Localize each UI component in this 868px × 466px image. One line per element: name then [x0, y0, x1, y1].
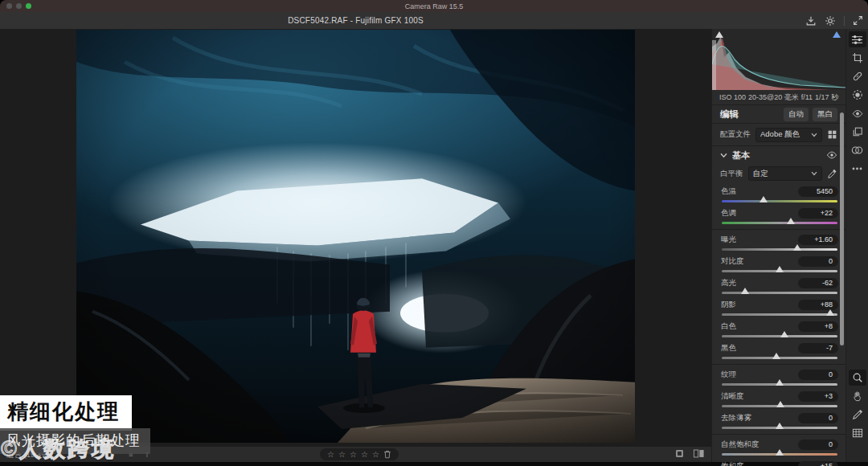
close-button[interactable]: [6, 3, 12, 9]
healing-icon[interactable]: [849, 68, 866, 84]
slider-thumb[interactable]: [826, 309, 834, 316]
chevron-down-icon: [720, 153, 727, 158]
eye-icon[interactable]: [826, 150, 837, 160]
star-rating-pill: ☆☆☆☆☆: [320, 448, 399, 460]
wb-value: 自定: [753, 169, 812, 179]
star-icon[interactable]: ☆: [350, 451, 357, 459]
bw-button[interactable]: 黑白: [813, 108, 837, 121]
tool-strip: [845, 29, 868, 462]
slider-thumb[interactable]: [776, 401, 784, 407]
slider-thumb[interactable]: [793, 244, 801, 251]
slider-track[interactable]: [722, 427, 837, 429]
zoom-window-button[interactable]: [26, 3, 31, 9]
presets-icon[interactable]: [849, 142, 866, 158]
slider-groups: 色温 5450 色调 +22 曝光 +1.60: [712, 183, 845, 466]
trash-icon[interactable]: [383, 450, 391, 459]
slider-thumb[interactable]: [772, 353, 780, 359]
shadow-clipping-icon[interactable]: [715, 31, 723, 38]
slider-track[interactable]: [722, 383, 837, 386]
eyedropper-icon[interactable]: [827, 169, 837, 179]
slider-value[interactable]: +88: [798, 300, 838, 310]
slider-track[interactable]: [722, 313, 837, 316]
slider-thumb[interactable]: [776, 266, 784, 272]
exif-item: f/11: [801, 93, 813, 101]
wb-select[interactable]: 自定: [748, 166, 823, 181]
slider-thumb[interactable]: [776, 423, 784, 429]
slider-row: 色温 5450: [721, 183, 838, 202]
profile-select[interactable]: Adobe 颜色: [755, 128, 822, 142]
slider-track[interactable]: [722, 335, 837, 337]
preview-box-icon[interactable]: [674, 448, 685, 459]
slider-label: 纹理: [721, 370, 736, 380]
slider-label: 白色: [721, 321, 736, 332]
slider-track[interactable]: [722, 453, 837, 456]
slider-track[interactable]: [722, 405, 837, 407]
star-icon[interactable]: ☆: [338, 451, 346, 459]
more-icon[interactable]: [849, 161, 866, 177]
panel-scrollbar[interactable]: [840, 112, 844, 345]
slider-track[interactable]: [722, 200, 837, 202]
slider-value[interactable]: -62: [798, 278, 838, 288]
slider-thumb[interactable]: [760, 196, 768, 202]
before-after-icon[interactable]: [693, 448, 705, 459]
slider-track[interactable]: [722, 248, 837, 251]
zoom-tool-icon[interactable]: [849, 370, 866, 386]
masking-icon[interactable]: [849, 87, 866, 103]
app-title: Camera Raw 15.5: [405, 2, 464, 10]
slider-track[interactable]: [722, 270, 837, 272]
slider-label: 色调: [721, 208, 736, 219]
auto-button[interactable]: 自动: [784, 108, 809, 121]
expand-icon[interactable]: [853, 15, 863, 26]
slider-value[interactable]: -7: [798, 343, 838, 354]
hand-tool-icon[interactable]: [849, 388, 866, 404]
highlight-clipping-icon[interactable]: [833, 31, 841, 38]
slider-track[interactable]: [722, 292, 837, 294]
snapshots-icon[interactable]: [849, 124, 866, 140]
slider-track[interactable]: [722, 357, 837, 359]
slider-value[interactable]: +8: [798, 321, 838, 332]
slider-value[interactable]: +15: [798, 461, 838, 466]
slider-thumb[interactable]: [780, 331, 788, 337]
slider-value[interactable]: 0: [798, 256, 838, 267]
slider-row: 黑色 -7: [721, 340, 838, 359]
slider-row: 白色 +8: [721, 318, 838, 337]
slider-track[interactable]: [722, 222, 837, 224]
slider-thumb[interactable]: [741, 288, 749, 294]
slider-row: 饱和度 +15: [721, 458, 838, 466]
minimize-button[interactable]: [16, 3, 22, 9]
crop-icon[interactable]: [849, 50, 866, 66]
star-icon[interactable]: ☆: [372, 451, 379, 459]
traffic-lights: [6, 3, 31, 9]
profile-value: Adobe 颜色: [760, 129, 811, 140]
slider-row: 色调 +22: [721, 205, 838, 224]
edit-sliders-icon[interactable]: [849, 31, 866, 47]
slider-value[interactable]: +3: [798, 391, 838, 402]
red-eye-icon[interactable]: [849, 105, 866, 121]
histogram[interactable]: [712, 29, 845, 90]
star-icon[interactable]: ☆: [361, 451, 368, 459]
white-balance-row: 白平衡 自定: [712, 164, 845, 183]
image-canvas[interactable]: [0, 29, 711, 447]
slider-row: 对比度 0: [721, 253, 838, 272]
slider-value[interactable]: 0: [798, 370, 838, 380]
slider-thumb[interactable]: [776, 449, 784, 456]
slider-value[interactable]: +1.60: [798, 235, 838, 245]
settings-gear-icon[interactable]: [825, 15, 836, 27]
slider-row: 曝光 +1.60: [721, 231, 838, 251]
slider-value[interactable]: 5450: [798, 186, 838, 197]
profile-browser-icon[interactable]: [827, 129, 837, 140]
slider-value[interactable]: +22: [798, 208, 838, 219]
exif-item: 20-35@20 毫米: [748, 92, 799, 103]
slider-value[interactable]: 0: [798, 439, 838, 450]
basic-section-header[interactable]: 基本: [712, 146, 845, 164]
sampler-icon[interactable]: [849, 407, 866, 423]
wb-label: 白平衡: [720, 169, 743, 179]
edit-title: 编辑: [720, 108, 780, 121]
slider-thumb[interactable]: [787, 218, 795, 224]
star-icon[interactable]: ☆: [327, 451, 334, 459]
download-icon[interactable]: [805, 15, 817, 27]
slider-thumb[interactable]: [776, 379, 784, 386]
grid-view-icon[interactable]: [849, 425, 866, 441]
exif-item: 1/17 秒: [815, 92, 838, 103]
slider-value[interactable]: 0: [798, 413, 838, 423]
